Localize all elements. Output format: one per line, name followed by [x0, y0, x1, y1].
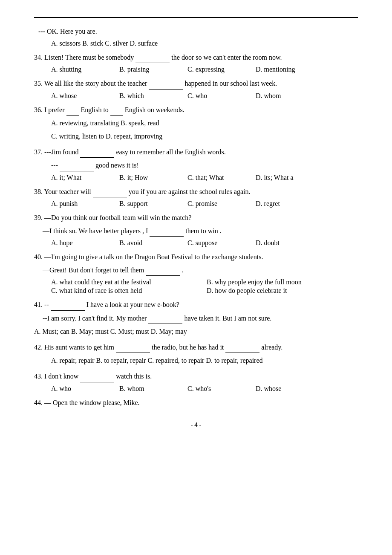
- q40-opt-a: A. what could they eat at the festival: [51, 278, 202, 286]
- q43-opt-b: B. whom: [119, 385, 175, 393]
- q40-line2-after: .: [182, 266, 183, 274]
- q37-number: 37.: [34, 148, 43, 156]
- top-divider: [34, 17, 358, 18]
- q34-text-after: the door so we can't enter the room now.: [171, 54, 282, 61]
- q41-line1-before: --: [44, 301, 49, 308]
- q42-blank2: [225, 353, 259, 353]
- q39-options: A. hope B. avoid C. suppose D. doubt: [51, 239, 358, 247]
- question-34: 34. Listen! There must be somebody the d…: [34, 52, 358, 63]
- q37-line2-before: ---: [51, 162, 58, 169]
- q41-options: A. Must; can B. May; must C. Must; must …: [34, 326, 358, 337]
- question-35: 35. We all like the story about the teac…: [34, 78, 358, 89]
- question-36: 36. I prefer English to English on weeke…: [34, 104, 358, 116]
- q40-line1: —I'm going to give a talk on the Dragon …: [44, 253, 263, 260]
- q39-opt-b: B. avoid: [119, 239, 175, 247]
- q38-opt-a: A. punish: [51, 200, 107, 208]
- q34-opt-a: A. shutting: [51, 66, 107, 73]
- q41-line2-after: have taken it. But I am not sure.: [184, 315, 271, 322]
- q36-opt-row1: A. reviewing, translating B. speak, read: [34, 117, 358, 129]
- q39-line2: —I think so. We have better players , I …: [43, 225, 358, 237]
- q37-opt-c: C. that; What: [187, 174, 243, 182]
- q35-text-before: We all like the story about the teacher: [44, 80, 147, 87]
- q44-number: 44.: [34, 399, 43, 406]
- q43-text-before: I don't know: [44, 373, 78, 380]
- question-40: 40. —I'm going to give a talk on the Dra…: [34, 251, 358, 263]
- q35-opt-c: C. who: [187, 92, 243, 100]
- q37-opt-d: D. its; What a: [256, 174, 311, 182]
- q42-text-mid: the radio, but he has had it: [152, 344, 224, 351]
- q40-blank: [146, 275, 180, 276]
- q39-line2-before: —I think so. We have better players , I: [43, 227, 148, 234]
- q43-text-after: watch this is.: [116, 373, 152, 380]
- q40-line2: —Great! But don't forget to tell them .: [43, 264, 358, 276]
- q34-blank: [135, 63, 170, 63]
- q38-text-before: Your teacher will: [44, 188, 91, 195]
- q38-opt-d: D. regret: [256, 200, 311, 208]
- q38-options: A. punish B. support C. promise D. regre…: [51, 200, 358, 208]
- q38-number: 38.: [34, 188, 43, 195]
- question-37: 37. ---Jim found easy to remember all th…: [34, 146, 358, 158]
- dialog-options: A. scissors B. stick C. silver D. surfac…: [51, 40, 158, 47]
- q36-number: 36.: [34, 106, 43, 113]
- q35-blank: [149, 89, 183, 90]
- q35-opt-a: A. whose: [51, 92, 107, 100]
- q42-options: A. repair, repair B. to repair, repair C…: [34, 355, 358, 366]
- q37-blank2: [60, 171, 94, 171]
- q37-line2-after: good news it is!: [95, 162, 139, 169]
- q34-opt-d: D. mentioning: [256, 66, 311, 73]
- q35-options: A. whose B. which C. who D. whom: [51, 92, 358, 100]
- dialog-ok-line: --- OK. Here you are.: [34, 26, 358, 37]
- q41-line2-before: --I am sorry. I can't find it. My mother: [43, 315, 147, 322]
- q39-blank: [150, 236, 184, 237]
- dialog-ok-text: --- OK. Here you are.: [38, 28, 97, 35]
- q39-opt-a: A. hope: [51, 239, 107, 247]
- question-42: 42. His aunt wants to get him the radio,…: [34, 341, 358, 353]
- q36-opt-row2: C. writing, listen to D. repeat, improvi…: [34, 130, 358, 142]
- q35-number: 35.: [34, 80, 43, 87]
- q39-opt-d: D. doubt: [256, 239, 311, 247]
- page-number: - 4 -: [34, 421, 358, 428]
- q38-opt-c: C. promise: [187, 200, 243, 208]
- q40-line2-before: —Great! But don't forget to tell them: [43, 266, 144, 274]
- q38-text-after: you if you are against the school rules …: [129, 188, 251, 195]
- q37-line1-after: easy to remember all the English words.: [116, 148, 225, 156]
- q37-line2: --- good news it is!: [51, 159, 358, 171]
- q34-opt-c: C. expressing: [187, 66, 243, 73]
- q43-options: A. who B. whom C. who's D. whose: [51, 385, 358, 393]
- q34-opt-b: B. praising: [119, 66, 175, 73]
- q34-number: 34.: [34, 54, 43, 61]
- q41-number: 41.: [34, 301, 43, 308]
- dialog-options-row: A. scissors B. stick C. silver D. surfac…: [51, 40, 358, 47]
- q43-blank: [80, 382, 114, 382]
- q42-number: 42.: [34, 344, 43, 351]
- q37-options: A. it; What B. it; How C. that; What D. …: [51, 174, 358, 182]
- q39-opt-c: C. suppose: [187, 239, 243, 247]
- q39-number: 39.: [34, 214, 43, 221]
- q39-line1: —Do you think our football team will win…: [44, 214, 191, 221]
- q38-opt-b: B. support: [119, 200, 175, 208]
- question-44: 44. — Open the window please, Mike.: [34, 397, 358, 408]
- q40-opt-c: C. what kind of race is often held: [51, 287, 202, 295]
- q43-opt-d: D. whose: [256, 385, 311, 393]
- question-41: 41. -- I have a look at your new e-book?: [34, 299, 358, 310]
- question-39: 39. —Do you think our football team will…: [34, 212, 358, 223]
- q36-text: I prefer English to English on weekends.: [44, 106, 184, 113]
- question-43: 43. I don't know watch this is.: [34, 370, 358, 382]
- q35-opt-d: D. whom: [256, 92, 311, 100]
- q35-text-after: happened in our school last week.: [184, 80, 277, 87]
- q40-opt-b: B. why people enjoy the full moon: [207, 278, 358, 286]
- q42-text-after: already.: [261, 344, 282, 351]
- q40-number: 40.: [34, 253, 43, 260]
- q43-opt-a: A. who: [51, 385, 107, 393]
- question-38: 38. Your teacher will you if you are aga…: [34, 186, 358, 197]
- q40-opt-d: D. how do people celebrate it: [207, 287, 358, 295]
- q41-blank2: [148, 324, 182, 324]
- q41-blank1: [51, 310, 85, 311]
- q37-blank1: [80, 157, 114, 158]
- q35-opt-b: B. which: [119, 92, 175, 100]
- q38-blank: [93, 197, 127, 197]
- q34-text-before: Listen! There must be somebody: [44, 54, 134, 61]
- q39-line2-after: them to win .: [185, 227, 221, 234]
- q40-options: A. what could they eat at the festival B…: [51, 278, 358, 295]
- q42-blank1: [116, 353, 150, 353]
